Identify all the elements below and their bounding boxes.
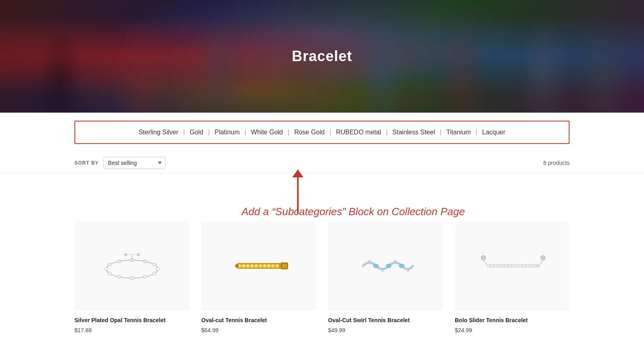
subcategory-item-rose-gold[interactable]: Rose Gold [294,129,325,136]
sort-label: SORT BY [74,160,99,166]
svg-point-44 [504,265,507,267]
svg-point-24 [262,264,266,268]
subcategory-separator: | [183,129,185,136]
products-count: 8 products [543,160,570,166]
subcategory-separator: | [208,129,210,136]
product-price-3: $24.99 [455,327,570,333]
svg-point-35 [381,270,383,272]
product-name-2: Oval-Cut Swirl Tennis Bracelet [328,317,443,325]
svg-point-33 [399,264,404,268]
subcategory-separator: | [288,129,289,136]
arrow-head [292,169,303,177]
svg-point-20 [246,264,250,268]
svg-point-51 [529,265,532,267]
product-name-1: Oval-cut Tennis Bracelet [201,317,316,325]
subcategory-item-titanium[interactable]: Titanium [446,129,471,136]
hero-banner: Bracelet [0,0,644,113]
svg-point-32 [386,264,391,268]
svg-point-41 [494,265,496,267]
svg-point-8 [117,275,121,278]
svg-point-45 [508,265,510,267]
subcategory-item-lacquer[interactable]: Lacquer [482,129,506,136]
svg-point-31 [373,264,378,268]
svg-point-48 [519,265,521,267]
subcategory-separator: | [386,129,388,136]
svg-point-34 [368,260,370,262]
products-section: Add a “Subcategories” Block on Collectio… [0,181,644,346]
subcategory-item-stainless-steel[interactable]: Stainless Steel [392,129,435,136]
product-image-1 [201,222,316,310]
svg-point-55 [541,255,545,260]
product-card-1[interactable]: Oval-cut Tennis Bracelet$64.99 [201,222,316,333]
product-price-1: $64.99 [201,327,316,333]
svg-point-0 [106,260,158,278]
svg-point-19 [242,264,246,268]
svg-point-10 [104,267,108,271]
product-price-0: $17.88 [74,327,189,333]
svg-line-54 [483,260,487,265]
svg-point-52 [533,265,535,267]
product-card-2[interactable]: Oval-Cut Swirl Tennis Bracelet$49.99 [328,222,443,333]
subcategory-item-rubedo-metal[interactable]: RUBEDO metal [336,129,381,136]
annotation-text: Add a “Subcategories” Block on Collectio… [242,206,465,218]
svg-point-40 [490,265,493,267]
subcategory-separator: | [330,129,331,136]
subcategory-item-platinum[interactable]: Platinum [215,129,239,136]
subcategory-separator: | [440,129,442,136]
subcategory-item-gold[interactable]: Gold [190,129,203,136]
product-name-0: Silver Plated Opal Tennis Bracelet [74,317,189,325]
svg-point-21 [250,264,254,268]
svg-point-23 [258,264,262,268]
svg-point-2 [143,260,147,263]
svg-point-43 [501,265,504,267]
svg-point-3 [152,263,156,266]
subcategory-item-white-gold[interactable]: White Gold [251,129,283,136]
svg-point-50 [526,265,528,267]
svg-point-26 [271,264,275,268]
subcategories-bar: Sterling Silver | Gold | Platinum | Whit… [74,121,570,144]
svg-point-42 [497,265,500,267]
svg-point-39 [487,265,489,267]
sort-left: SORT BY Best sellingPrice: Low to HighPr… [74,157,165,169]
subcategory-item-sterling-silver[interactable]: Sterling Silver [138,129,178,136]
svg-point-7 [130,276,134,280]
svg-point-4 [156,267,160,271]
svg-point-27 [275,264,279,268]
product-card-0[interactable]: Silver Plated Opal Tennis Bracelet$17.88 [74,222,189,333]
hero-title: Bracelet [292,48,352,65]
product-image-2 [328,222,443,310]
svg-point-6 [143,275,147,278]
svg-rect-29 [282,264,287,268]
svg-point-22 [254,264,258,268]
product-image-0 [74,222,189,310]
svg-point-25 [267,264,271,268]
product-card-3[interactable]: Bolo Slider Tennis Bracelet$24.99 [455,222,570,333]
subcategory-separator: | [476,129,477,136]
svg-point-36 [394,260,396,262]
svg-point-53 [481,255,485,260]
svg-point-49 [522,265,524,267]
svg-point-37 [407,270,409,272]
svg-point-9 [107,272,111,275]
product-price-2: $49.99 [328,327,443,333]
svg-point-11 [107,263,111,266]
sort-select[interactable]: Best sellingPrice: Low to HighPrice: Hig… [103,157,165,169]
svg-point-12 [117,260,121,263]
sort-bar: SORT BY Best sellingPrice: Low to HighPr… [0,152,644,173]
subcategories-section: Sterling Silver | Gold | Platinum | Whit… [0,113,644,152]
svg-point-5 [152,272,156,275]
product-image-3 [455,222,570,310]
subcategory-separator: | [244,129,246,136]
svg-point-47 [515,265,518,267]
product-name-3: Bolo Slider Tennis Bracelet [455,317,570,325]
svg-point-30 [235,264,238,267]
svg-point-46 [512,265,514,267]
svg-line-56 [540,260,543,265]
